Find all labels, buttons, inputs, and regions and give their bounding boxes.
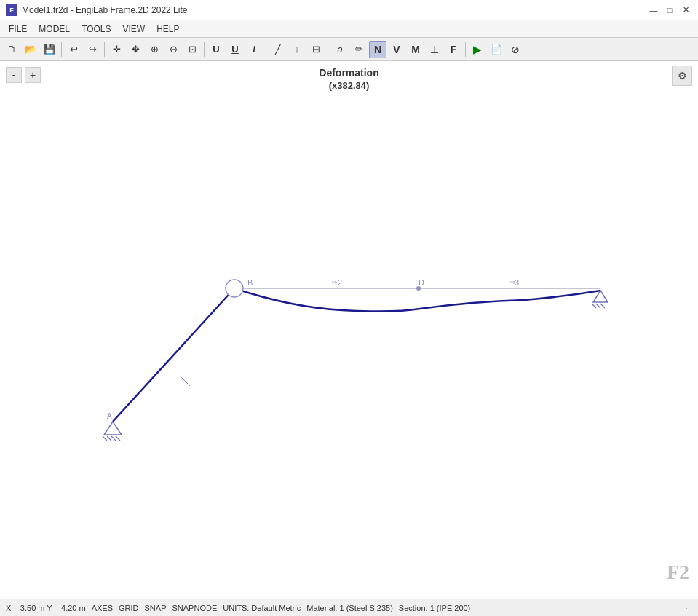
V-button[interactable]: V [388,41,405,58]
zoom-plus-button[interactable]: + [25,67,41,83]
menu-view[interactable]: VIEW [117,23,151,36]
zoom-out-button[interactable]: ⊖ [164,41,182,58]
snap-label: SNAP [145,604,167,612]
M-button[interactable]: M [407,41,424,58]
select-button[interactable]: ✛ [108,41,125,58]
arrow-2: ⇒ [509,278,515,286]
node-B-circle [226,280,243,297]
maximize-button[interactable]: □ [663,4,676,17]
svg-line-1 [103,436,107,441]
u-button[interactable]: U [207,41,225,58]
corner-dots: ··· [686,604,692,612]
info-button[interactable]: ⊘ [507,41,524,58]
toolbar: 🗋 📂 💾 ↩ ↪ ✛ ✥ ⊕ ⊖ ⊡ U U I ╱ ↓ ⊟ a ✏ N V … [0,38,698,61]
node-label-d: D [419,278,424,287]
intermediate-marker [181,377,190,386]
open-button[interactable]: 📂 [22,41,39,58]
units-label: UNITS: Default Metric [223,604,301,612]
snapnode-label: SNAPNODE [172,604,218,612]
redo-button[interactable]: ↪ [84,41,101,58]
support-C [592,291,608,308]
title-bar: F Model1.fr2d - EngiLab Frame.2D 2022 Li… [0,0,698,20]
main-svg: B 2 D 3 ⇒ ⇒ A [0,61,698,599]
app-icon: F [6,4,17,16]
menu-file[interactable]: FILE [3,23,33,36]
mid-dot-d [416,286,421,291]
sep5 [328,42,328,57]
canvas-area: B 2 D 3 ⇒ ⇒ A [0,61,698,599]
ul-button[interactable]: U [226,41,244,58]
window-title: Model1.fr2d - EngiLab Frame.2D 2022 Lite [22,5,647,15]
new-button[interactable]: 🗋 [3,41,20,58]
reaction-button[interactable]: ⊥ [426,41,443,58]
fit-button[interactable]: ⊡ [183,41,201,58]
pan-button[interactable]: ✥ [127,41,144,58]
svg-line-10 [181,377,190,386]
node-label-b: B [247,278,253,287]
N-button[interactable]: N [369,41,386,58]
svg-line-7 [592,304,596,308]
grid-label: GRID [119,604,139,612]
run-button[interactable]: ▶ [469,41,486,58]
undo-button[interactable]: ↩ [65,41,82,58]
material-label: Material: 1 (Steel S 235) [306,604,393,612]
sep2 [104,42,105,57]
svg-marker-0 [104,422,122,435]
svg-line-4 [116,436,120,441]
arrow-1: ⇒ [331,278,337,286]
minimize-button[interactable]: — [647,4,660,17]
sep1 [61,42,62,57]
sep6 [465,42,466,57]
F-button[interactable]: F [445,41,462,58]
sep3 [204,42,205,57]
label-button[interactable]: a [331,41,349,58]
zoom-minus-button[interactable]: - [6,67,22,83]
deformed-diagonal [113,288,234,422]
svg-text:A: A [107,412,112,420]
settings-button[interactable]: ⚙ [672,66,692,86]
menu-model[interactable]: MODEL [33,23,76,36]
status-bar: X = 3.50 m Y = 4.20 m AXES GRID SNAP SNA… [0,599,698,616]
menu-bar: FILE MODEL TOOLS VIEW HELP [0,20,698,38]
area-load-button[interactable]: ⊟ [307,41,325,58]
line-tool[interactable]: ╱ [269,41,287,58]
menu-tools[interactable]: TOOLS [76,23,116,36]
svg-marker-6 [593,291,608,302]
report-button[interactable]: 📄 [488,41,505,58]
deformed-horizontal [234,288,600,312]
zoom-in-button[interactable]: ⊕ [146,41,163,58]
svg-line-3 [111,436,116,441]
load-down-button[interactable]: ↓ [288,41,306,58]
svg-line-8 [596,304,600,308]
close-button[interactable]: ✕ [679,4,692,17]
coord-display: X = 3.50 m Y = 4.20 m [6,604,86,612]
window-controls: — □ ✕ [647,4,692,17]
save-button[interactable]: 💾 [41,41,58,58]
sep4 [266,42,266,57]
axes-label: AXES [92,604,113,612]
node-label-2: 2 [338,278,342,287]
section-label: Section: 1 (IPE 200) [399,604,470,612]
svg-line-2 [107,436,111,441]
beam-button[interactable]: I [245,41,263,58]
svg-line-9 [600,304,605,308]
menu-help[interactable]: HELP [151,23,185,36]
pen-button[interactable]: ✏ [350,41,368,58]
